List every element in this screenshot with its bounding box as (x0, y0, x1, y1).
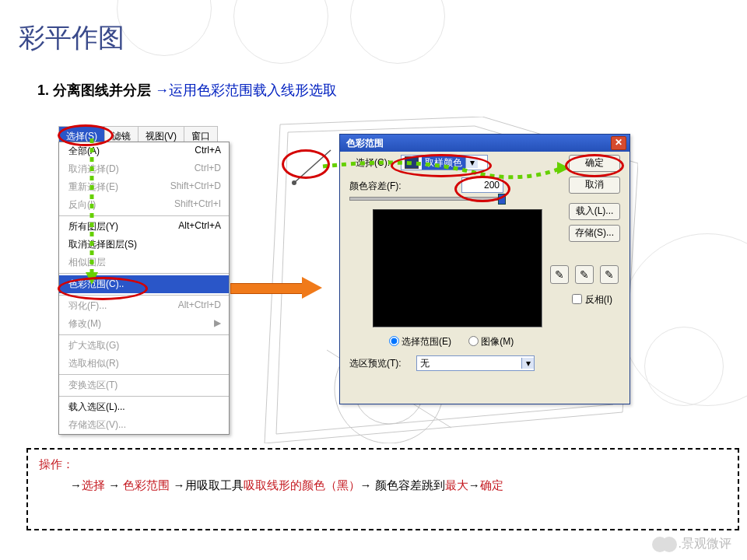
menu-item-feather[interactable]: 羽化(F)...Alt+Ctrl+D (59, 297, 229, 315)
selection-preview-label: 选区预览(T): (349, 357, 402, 370)
menu-item-save-selection[interactable]: 存储选区(V)... (59, 416, 229, 434)
arrow-glyph: → (155, 82, 169, 98)
close-icon[interactable]: ✕ (611, 136, 626, 150)
slide-title: 彩平作图 (19, 20, 124, 56)
preview-mode-radios: 选择范围(E) 图像(M) (385, 334, 524, 348)
eyedropper-plus-icon[interactable]: ✎ (575, 265, 594, 284)
annotation-arrow (230, 277, 324, 299)
selection-preview-value: 无 (417, 357, 521, 370)
menu-item-select-similar[interactable]: 选取相似(R) (59, 355, 229, 373)
instruction-line: →选择 → 色彩范围 →用吸取工具吸取线形的颜色（黑）→ 颜色容差跳到最大→确定 (39, 472, 727, 493)
step-number: 1. (37, 82, 49, 98)
watermark: .景观微评 (652, 536, 731, 552)
instruction-head: 操作： (39, 457, 74, 471)
menu-item-modify[interactable]: 修改(M)▶ (59, 315, 229, 333)
radio-selection[interactable]: 选择范围(E) (385, 336, 451, 347)
eyedropper-icon[interactable]: ✎ (550, 265, 569, 284)
cancel-button[interactable]: 取消 (569, 177, 620, 194)
radio-image[interactable]: 图像(M) (465, 336, 514, 347)
save-button[interactable]: 存储(S)... (569, 225, 620, 242)
menu-item-transform[interactable]: 变换选区(T) (59, 376, 229, 394)
menu-item-grow[interactable]: 扩大选取(G) (59, 337, 229, 355)
menu-item-load-selection[interactable]: 载入选区(L)... (59, 398, 229, 416)
load-button[interactable]: 载入(L)... (569, 203, 620, 220)
eyedropper-tools: ✎ ✎ ✎ (550, 265, 619, 284)
eyedropper-minus-icon[interactable]: ✎ (600, 265, 619, 284)
step-subtitle: 1. 分离图线并分层 →运用色彩范围载入线形选取 (37, 81, 337, 100)
step-desc: 运用色彩范围载入线形选取 (169, 82, 337, 98)
dialog-title: 色彩范围 (346, 137, 384, 150)
chevron-down-icon[interactable]: ▾ (521, 358, 534, 369)
invert-checkbox[interactable]: 反相(I) (569, 292, 612, 306)
selection-preview-combo[interactable]: 无 ▾ (416, 355, 535, 371)
preview-area (373, 209, 542, 327)
step-bold: 分离图线并分层 (49, 82, 155, 98)
svg-point-3 (292, 180, 296, 185)
instruction-box: 操作： →选择 → 色彩范围 →用吸取工具吸取线形的颜色（黑）→ 颜色容差跳到最… (26, 448, 739, 530)
dialog-titlebar[interactable]: 色彩范围 ✕ (340, 135, 630, 152)
